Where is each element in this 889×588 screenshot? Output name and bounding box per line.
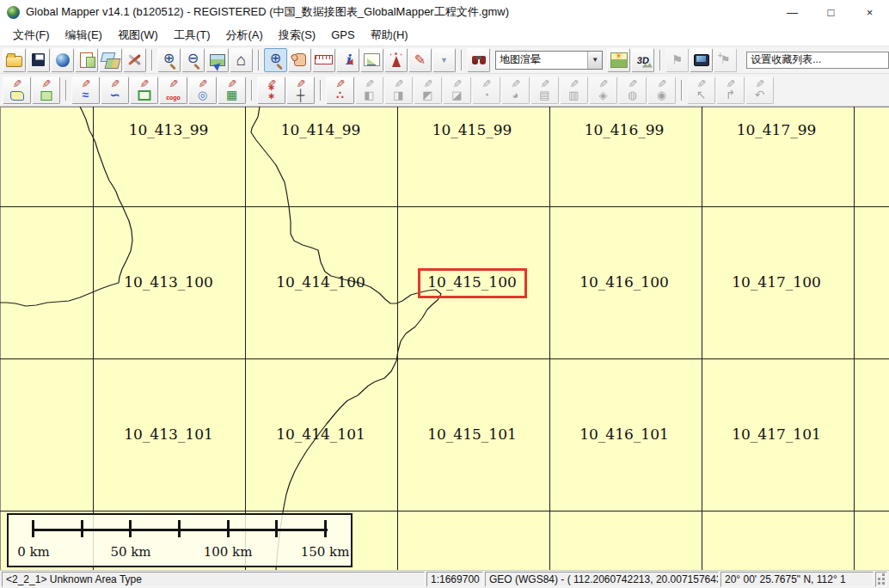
create-cogo-feature-button[interactable] [159, 77, 187, 104]
grid-cell-label: 10_415_99 [432, 121, 512, 138]
view-shed-tool-button[interactable] [384, 48, 408, 72]
edit-tool-6-button[interactable] [501, 77, 530, 104]
vertex-tool-3-button[interactable] [745, 77, 774, 104]
edit-tool-7-button[interactable] [530, 77, 559, 104]
document-map-icon [77, 51, 96, 70]
grid-cell-label: 10_414_100 [276, 273, 365, 291]
status-projection-position: GEO (WGS84) - ( 112.2060742213, 20.00715… [485, 572, 719, 587]
chevron-down-icon[interactable]: ▼ [587, 52, 602, 69]
maximize-button[interactable]: □ [812, 0, 850, 24]
create-grid-feature-button[interactable] [218, 77, 246, 104]
menu-analysis[interactable]: 分析(A) [218, 25, 271, 46]
crossed-tools-icon [126, 51, 144, 70]
grid-cell-label: 10_415_101 [427, 426, 517, 443]
download-online-data-button[interactable] [51, 48, 74, 72]
edit-tool-9-button[interactable] [589, 77, 617, 104]
menu-tools[interactable]: 工具(T) [166, 25, 218, 46]
create-rectangle-area-button[interactable] [32, 77, 60, 104]
edit-tool-1-button[interactable] [355, 77, 383, 104]
edit-tool-10-button[interactable] [618, 77, 647, 104]
edit-tool-3-button[interactable] [414, 77, 442, 104]
edit-tool-11-button[interactable] [647, 77, 676, 104]
create-area-feature-button[interactable] [3, 77, 31, 104]
create-circle-feature-button[interactable] [188, 77, 217, 104]
tool-dropdown-button[interactable] [432, 48, 456, 72]
profile-chart-icon [363, 51, 382, 70]
zoom-tool-button[interactable] [264, 48, 287, 72]
gray-4-icon [446, 79, 469, 101]
vertex-tool-1-button[interactable] [687, 77, 715, 104]
pan-tool-button[interactable] [288, 48, 311, 72]
vertex-tool-2-button[interactable] [716, 77, 745, 104]
three-d-icon [634, 51, 653, 70]
edit-tool-5-button[interactable] [472, 77, 500, 104]
title-bar: Global Mapper v14.1 (b120512) - REGISTER… [0, 0, 889, 24]
create-freehand-line-button[interactable] [101, 77, 129, 104]
menu-search[interactable]: 搜索(S) [271, 25, 323, 46]
draw-rect-area-icon [35, 79, 58, 101]
path-profile-tool-button[interactable] [360, 48, 383, 72]
find-features-button[interactable] [467, 48, 490, 72]
toolbar-separator [681, 80, 683, 101]
gray-5-icon [475, 79, 498, 101]
draw-point-icon [261, 79, 283, 101]
magnifier-minus-icon [184, 51, 203, 70]
screen-capture-button[interactable] [690, 48, 713, 72]
open-data-files-button[interactable] [75, 48, 98, 72]
edit-tool-4-button[interactable] [443, 77, 471, 104]
feature-info-tool-button[interactable] [336, 48, 359, 72]
favorites-input[interactable] [746, 52, 889, 69]
menu-gps[interactable]: GPS [323, 26, 362, 44]
grid-cell-label: 10_417_100 [732, 273, 821, 291]
resize-grip[interactable] [875, 572, 887, 587]
3d-view-button[interactable] [631, 48, 654, 72]
flag-sparkle-icon [716, 51, 735, 70]
digitizer-tool-button[interactable] [408, 48, 432, 72]
create-point-feature-button[interactable] [257, 77, 285, 104]
create-rectangle-line-button[interactable] [130, 77, 158, 104]
edit-tool-8-button[interactable] [560, 77, 588, 104]
scale-bar-label: 0 km [17, 544, 50, 560]
close-button[interactable]: × [850, 0, 889, 24]
create-points-from-line-button[interactable] [326, 77, 354, 104]
global-mapper-window: Global Mapper v14.1 (b120512) - REGISTER… [0, 0, 889, 588]
gray-6-icon [505, 79, 527, 101]
status-cursor-position: 20° 00' 25.7675" N, 112° 1 [720, 572, 874, 587]
flag-location-button[interactable] [665, 48, 689, 72]
zoom-to-data-button[interactable] [205, 48, 229, 72]
zoom-in-button[interactable] [157, 48, 181, 72]
open-file-button[interactable] [3, 48, 26, 72]
overlay-control-center-button[interactable] [99, 48, 122, 72]
grid-cell-label: 10_415_100 [427, 273, 517, 291]
status-scale: 1:1669700 [426, 572, 483, 587]
toolbar-separator [258, 50, 260, 70]
menu-file[interactable]: 文件(F) [5, 25, 58, 46]
gray-arrow-3-icon [749, 79, 771, 101]
minimize-button[interactable]: — [773, 0, 812, 24]
flag-icon [668, 51, 687, 70]
create-line-feature-button[interactable] [71, 77, 100, 104]
hill-shader-button[interactable] [607, 48, 630, 72]
zoom-out-button[interactable] [181, 48, 205, 72]
menu-view[interactable]: 视图(W) [110, 25, 166, 46]
menu-help[interactable]: 帮助(H) [363, 25, 416, 46]
create-point-on-line-button[interactable] [286, 77, 315, 104]
window-controls: — □ × [773, 0, 889, 24]
full-view-button[interactable] [230, 48, 253, 72]
main-toolbar: 地图渲晕▼ [0, 46, 889, 74]
menu-edit[interactable]: 编辑(E) [58, 25, 110, 46]
pencil-icon [411, 51, 430, 70]
map-view[interactable]: 0 km50 km100 km150 km 10_413_9910_414_99… [0, 107, 889, 570]
grid-cell-label: 10_413_100 [124, 273, 213, 291]
toolbar-separator [65, 80, 67, 101]
edit-tool-2-button[interactable] [384, 77, 413, 104]
save-workspace-button[interactable] [27, 48, 50, 72]
toolbar-separator [461, 50, 463, 70]
gray-11-icon [651, 79, 673, 101]
configuration-button[interactable] [123, 48, 146, 72]
shader-dropdown[interactable]: 地图渲晕▼ [495, 51, 603, 70]
flag-new-location-button[interactable] [714, 48, 737, 72]
magnifier-plus-icon [160, 51, 179, 70]
measure-tool-button[interactable] [312, 48, 335, 72]
image-arrow-icon [208, 51, 227, 70]
